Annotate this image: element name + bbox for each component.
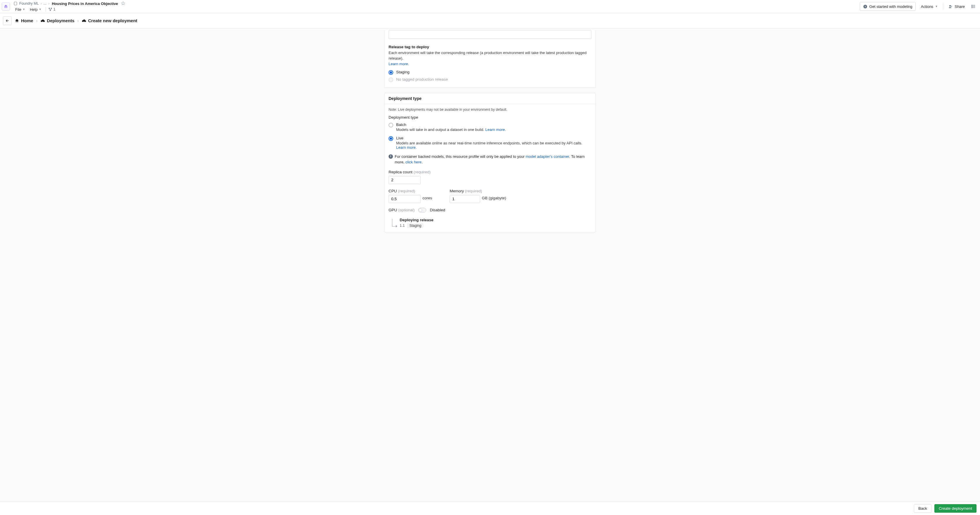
info-icon: i: [388, 154, 393, 159]
svg-point-1: [5, 5, 6, 6]
deployment-type-section: Deployment type Note: Live deployments m…: [384, 93, 596, 232]
get-started-label: Get started with modeling: [869, 5, 912, 9]
batch-learn-more-link[interactable]: Learn more.: [485, 127, 506, 132]
main-scroll[interactable]: Release tag to deploy Each environment w…: [0, 29, 980, 502]
deploying-release: Deploying release 1.1 Staging: [388, 218, 592, 228]
nav-deployments-label: Deployments: [47, 18, 74, 23]
replica-count-input[interactable]: [388, 176, 421, 184]
memory-input[interactable]: [450, 195, 480, 203]
chevron-right-icon: ›: [48, 2, 49, 6]
share-label: Share: [955, 5, 965, 9]
get-started-button[interactable]: ? Get started with modeling: [860, 2, 915, 11]
divider: [943, 3, 943, 10]
memory-field: Memory (required) GB (gigabyte): [450, 184, 506, 203]
svg-rect-2: [14, 2, 17, 5]
menu-file[interactable]: File ▼: [13, 7, 27, 12]
title-breadcrumb: Foundry ML › ... › Housing Prices in Ame…: [13, 0, 859, 6]
radio-icon: [388, 70, 393, 75]
breadcrumb-root[interactable]: Foundry ML: [19, 2, 39, 6]
cpu-unit: cores: [422, 196, 432, 200]
page-title: Housing Prices in America Objective: [52, 2, 118, 6]
actions-button[interactable]: Actions ▼: [919, 2, 940, 11]
radio-icon: [388, 78, 393, 82]
arrow-branch-icon: [392, 219, 396, 227]
actions-label: Actions: [921, 5, 934, 9]
star-icon[interactable]: [121, 1, 125, 6]
footer-bar: Back Create deployment: [0, 502, 980, 515]
nav-home[interactable]: Home: [14, 18, 33, 23]
nav-home-label: Home: [21, 18, 33, 23]
gpu-state-label: Disabled: [430, 208, 445, 212]
gpu-toggle[interactable]: [418, 208, 426, 213]
deployment-note: Note: Live deployments may not be availa…: [388, 108, 592, 112]
cpu-field: CPU (required) cores: [388, 184, 432, 203]
svg-point-14: [972, 5, 972, 6]
radio-staging[interactable]: Staging: [388, 70, 592, 75]
share-button[interactable]: Share: [946, 2, 967, 11]
radio-batch[interactable]: Batch Models will take in and output a d…: [388, 122, 592, 132]
menu-bar: File ▼ Help ▼ 1: [13, 6, 859, 13]
model-adapter-link[interactable]: model adapter's container: [526, 154, 569, 159]
radio-live-desc: Models are available online as near real…: [396, 141, 592, 149]
form-column: Release tag to deploy Each environment w…: [384, 30, 596, 239]
menu-file-label: File: [15, 7, 21, 12]
document-icon: [13, 2, 18, 6]
radio-live[interactable]: Live Models are available online as near…: [388, 136, 592, 149]
app-bar: Foundry ML › ... › Housing Prices in Ame…: [0, 0, 980, 13]
caret-down-icon: ▼: [22, 8, 25, 11]
click-here-link[interactable]: click here: [406, 160, 422, 164]
deploying-release-label: Deploying release: [400, 218, 434, 222]
user-count-value: 1: [54, 7, 56, 11]
memory-label: Memory (required): [450, 189, 506, 193]
release-tag-desc: Each environment will take the correspon…: [388, 51, 587, 60]
gpu-label: GPU (optional): [388, 208, 415, 212]
nav-create-label: Create new deployment: [88, 18, 137, 23]
text-input[interactable]: [388, 30, 592, 39]
breadcrumb-truncated[interactable]: ...: [44, 2, 46, 6]
back-button[interactable]: [3, 16, 12, 25]
user-count[interactable]: 1: [48, 7, 56, 11]
cpu-input[interactable]: [388, 195, 421, 203]
container-info-note: i For container backed models, this reso…: [388, 154, 592, 165]
chevron-right-icon: ›: [78, 18, 79, 23]
release-section: Release tag to deploy Each environment w…: [384, 30, 596, 88]
release-tag-chip: Staging: [407, 223, 424, 228]
app-logo[interactable]: [2, 2, 10, 11]
chevron-right-icon: ›: [36, 18, 38, 23]
back-step-button[interactable]: Back: [914, 504, 931, 513]
caret-down-icon: ▼: [935, 5, 938, 8]
cloud-upload-icon: [40, 18, 45, 23]
svg-point-15: [972, 6, 972, 7]
svg-point-10: [951, 6, 952, 7]
release-tag-label: Release tag to deploy: [388, 45, 592, 49]
cpu-label: CPU (required): [388, 189, 432, 193]
caret-down-icon: ▼: [39, 8, 41, 11]
nav-deployments[interactable]: Deployments: [40, 18, 74, 23]
svg-point-9: [949, 5, 951, 6]
radio-batch-desc: Models will take in and output a dataset…: [396, 127, 506, 132]
arrow-left-icon: [5, 19, 10, 23]
radio-production: No tagged production release: [388, 77, 592, 82]
release-version: 1.1: [400, 224, 405, 228]
radio-batch-label: Batch: [396, 122, 506, 127]
people-icon: [948, 5, 953, 9]
radio-staging-label: Staging: [396, 70, 410, 74]
svg-text:?: ?: [864, 5, 866, 8]
release-learn-more-link[interactable]: Learn more.: [388, 62, 409, 66]
deployment-type-header: Deployment type: [385, 93, 595, 104]
svg-marker-3: [121, 2, 125, 5]
radio-production-label: No tagged production release: [396, 77, 448, 81]
nav-create-deployment: Create new deployment: [81, 18, 137, 23]
create-deployment-button[interactable]: Create deployment: [934, 504, 977, 513]
app-bar-left: Foundry ML › ... › Housing Prices in Ame…: [12, 0, 859, 13]
replica-count-label: Replica count (required): [388, 170, 592, 174]
panel-toggle-button[interactable]: [970, 2, 977, 11]
deployment-type-label: Deployment type: [388, 115, 592, 119]
gpu-field: GPU (optional) Disabled: [388, 208, 592, 213]
svg-rect-6: [50, 10, 51, 11]
nav-breadcrumb: Home › Deployments › Create new deployme…: [14, 18, 137, 23]
live-learn-more-link[interactable]: Learn more.: [396, 145, 417, 149]
svg-rect-5: [51, 8, 52, 9]
memory-unit: GB (gigabyte): [482, 196, 506, 200]
menu-help[interactable]: Help ▼: [28, 7, 43, 12]
